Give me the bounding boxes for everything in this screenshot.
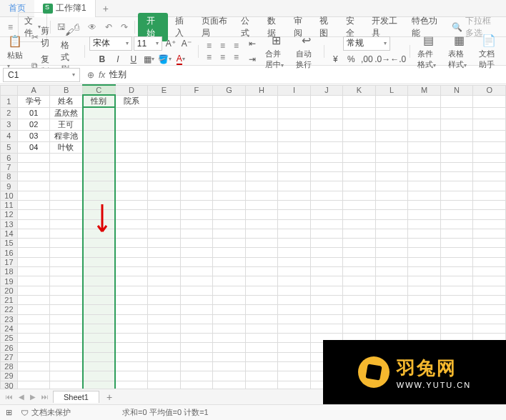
cell-F29[interactable]: [180, 371, 213, 381]
name-box[interactable]: C1 ▾: [3, 68, 80, 82]
cell-J22[interactable]: [310, 305, 343, 314]
cell-F15[interactable]: [180, 239, 213, 248]
cell-H24[interactable]: [245, 324, 278, 333]
col-header-H[interactable]: H: [245, 85, 278, 95]
cell-M15[interactable]: [408, 239, 441, 248]
cell-M18[interactable]: [408, 267, 441, 276]
cell-O12[interactable]: [473, 210, 506, 219]
cell-J17[interactable]: [310, 257, 343, 266]
cell-L3[interactable]: [375, 119, 408, 130]
cell-H25[interactable]: [245, 334, 278, 343]
cell-A8[interactable]: [17, 172, 50, 181]
cell-M8[interactable]: [408, 172, 441, 181]
cell-E7[interactable]: [148, 162, 181, 171]
row-header-7[interactable]: 7: [1, 162, 18, 171]
cell-F12[interactable]: [180, 210, 213, 219]
col-header-K[interactable]: K: [343, 85, 376, 95]
cell-C7[interactable]: [83, 162, 116, 171]
cell-L4[interactable]: [375, 130, 408, 141]
cell-H2[interactable]: [245, 107, 278, 119]
cell-M1[interactable]: [408, 95, 441, 107]
col-header-F[interactable]: F: [180, 85, 213, 95]
cell-L14[interactable]: [375, 229, 408, 238]
cell-D2[interactable]: [115, 107, 148, 119]
undo-icon[interactable]: ↶: [101, 20, 116, 34]
cell-G22[interactable]: [213, 305, 246, 314]
wrap-button[interactable]: ↩ 自动换行: [293, 32, 319, 70]
cell-C22[interactable]: [83, 305, 116, 314]
cell-O24[interactable]: [473, 324, 506, 333]
cell-K1[interactable]: [343, 95, 376, 107]
cell-L23[interactable]: [375, 314, 408, 324]
cell-K16[interactable]: [343, 248, 376, 257]
cell-G29[interactable]: [213, 371, 246, 381]
cell-D19[interactable]: [115, 276, 148, 286]
cell-D13[interactable]: [115, 219, 148, 229]
cell-K20[interactable]: [343, 286, 376, 295]
cell-B1[interactable]: 姓名: [50, 95, 83, 107]
col-header-A[interactable]: A: [17, 85, 50, 95]
cell-A10[interactable]: [17, 191, 50, 200]
cell-D22[interactable]: [115, 305, 148, 314]
cell-L22[interactable]: [375, 305, 408, 314]
cell-O1[interactable]: [473, 95, 506, 107]
increase-indent-button[interactable]: ⇥: [245, 52, 259, 66]
cell-M11[interactable]: [408, 200, 441, 209]
cell-K9[interactable]: [343, 181, 376, 191]
cell-N22[interactable]: [440, 305, 473, 314]
cell-H26[interactable]: [245, 343, 278, 352]
cell-E6[interactable]: [148, 153, 181, 162]
cell-L7[interactable]: [375, 162, 408, 171]
cell-F8[interactable]: [180, 172, 213, 181]
cell-L10[interactable]: [375, 191, 408, 200]
cell-F4[interactable]: [180, 130, 213, 141]
cell-F26[interactable]: [180, 343, 213, 352]
cell-K8[interactable]: [343, 172, 376, 181]
cell-E10[interactable]: [148, 191, 181, 200]
cell-A22[interactable]: [17, 305, 50, 314]
cell-A13[interactable]: [17, 219, 50, 229]
row-header-8[interactable]: 8: [1, 172, 18, 181]
sheet-nav-next[interactable]: ▶: [29, 393, 37, 401]
bold-button[interactable]: B: [95, 52, 109, 66]
cell-D14[interactable]: [115, 229, 148, 238]
cell-B14[interactable]: [50, 229, 83, 238]
dec-inc-button[interactable]: .0→: [375, 52, 390, 66]
cell-B28[interactable]: [50, 362, 83, 371]
cell-E27[interactable]: [148, 352, 181, 361]
cell-M13[interactable]: [408, 219, 441, 229]
cell-A12[interactable]: [17, 210, 50, 219]
cell-L13[interactable]: [375, 219, 408, 229]
col-header-N[interactable]: N: [440, 85, 473, 95]
increase-font-button[interactable]: A⁺: [164, 36, 178, 51]
cell-K4[interactable]: [343, 130, 376, 141]
decrease-indent-button[interactable]: ⇤: [245, 36, 259, 51]
currency-button[interactable]: ¥: [328, 52, 342, 66]
cell-G11[interactable]: [213, 200, 246, 209]
cell-G16[interactable]: [213, 248, 246, 257]
row-header-23[interactable]: 23: [1, 314, 18, 324]
conditional-format-button[interactable]: ▤ 条件格式▾: [415, 32, 442, 70]
cell-A7[interactable]: [17, 162, 50, 171]
cell-D5[interactable]: [115, 141, 148, 153]
cell-L19[interactable]: [375, 276, 408, 286]
align-right[interactable]: ≡: [229, 52, 242, 62]
cell-A15[interactable]: [17, 239, 50, 248]
app-menu-icon[interactable]: ≡: [4, 20, 16, 34]
sheet-nav-prev[interactable]: ◀: [17, 393, 26, 401]
cell-N18[interactable]: [440, 267, 473, 276]
cell-A27[interactable]: [17, 352, 50, 361]
redo-icon[interactable]: ↷: [117, 20, 132, 34]
cell-H23[interactable]: [245, 314, 278, 324]
cell-F16[interactable]: [180, 248, 213, 257]
cell-M9[interactable]: [408, 181, 441, 191]
cell-N3[interactable]: [440, 119, 473, 130]
cell-E25[interactable]: [148, 334, 181, 343]
cell-B10[interactable]: [50, 191, 83, 200]
cell-G21[interactable]: [213, 295, 246, 304]
cell-M17[interactable]: [408, 257, 441, 266]
fx-icon[interactable]: fx: [99, 70, 105, 80]
cell-E19[interactable]: [148, 276, 181, 286]
cell-M21[interactable]: [408, 295, 441, 304]
row-header-11[interactable]: 11: [1, 200, 18, 209]
